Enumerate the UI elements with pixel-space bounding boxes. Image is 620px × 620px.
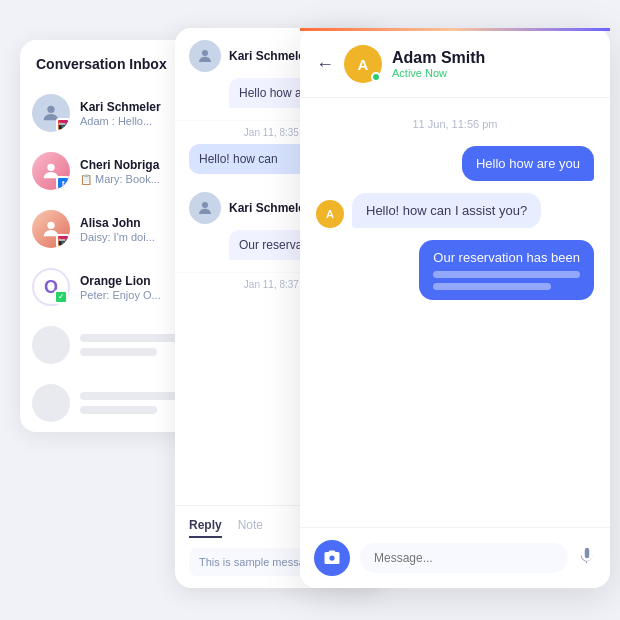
mic-button[interactable] xyxy=(578,547,596,570)
msg-sent-2: Our reservation has been xyxy=(316,240,594,300)
chat-messages: 11 Jun, 11:56 pm Hello how are you A Hel… xyxy=(300,98,610,527)
msg-bubble-received-1: Hello! how can I assist you? xyxy=(352,193,541,228)
chat-avatar-kari-2 xyxy=(189,192,221,224)
msg-avatar-adam: A xyxy=(316,200,344,228)
app-container: Conversation Inbox 📷 Kari Schmeler Adam … xyxy=(0,0,620,620)
header-info: Adam Smith Active Now xyxy=(392,49,594,79)
avatar-kari: 📷 xyxy=(32,94,70,132)
chat-window-header: ← A Adam Smith Active Now xyxy=(300,31,610,98)
contact-name: Adam Smith xyxy=(392,49,594,67)
contact-status: Active Now xyxy=(392,67,594,79)
msg-received-1: A Hello! how can I assist you? xyxy=(316,193,594,228)
facebook-badge: f xyxy=(56,176,70,190)
svg-point-3 xyxy=(202,50,208,56)
date-divider: 11 Jun, 11:56 pm xyxy=(316,118,594,130)
header-avatar: A xyxy=(344,45,382,83)
chat-msg-name-3: Kari Schmeler xyxy=(229,201,310,215)
camera-button[interactable] xyxy=(314,540,350,576)
tab-note[interactable]: Note xyxy=(238,518,263,538)
chat-avatar-kari xyxy=(189,40,221,72)
mic-icon xyxy=(578,547,596,565)
message-input[interactable] xyxy=(360,543,568,573)
online-indicator xyxy=(371,72,381,82)
svg-point-1 xyxy=(47,164,54,171)
avatar-cheri: f xyxy=(32,152,70,190)
user-icon-chat xyxy=(196,47,214,65)
msg-bubble-sent-1: Hello how are you xyxy=(462,146,594,181)
skeleton-avatar-1 xyxy=(32,326,70,364)
avatar-orange: O ✓ xyxy=(32,268,70,306)
whatsapp-badge: ✓ xyxy=(54,290,68,304)
svg-point-0 xyxy=(47,106,54,113)
chat-window-panel: ← A Adam Smith Active Now 11 Jun, 11:56 … xyxy=(300,28,610,588)
instagram-badge-alisa: 📷 xyxy=(56,234,70,248)
camera-icon xyxy=(323,549,341,567)
user-icon-chat-3 xyxy=(196,199,214,217)
skeleton-avatar-2 xyxy=(32,384,70,422)
svg-point-4 xyxy=(202,202,208,208)
tab-reply[interactable]: Reply xyxy=(189,518,222,538)
avatar-alisa: 📷 xyxy=(32,210,70,248)
svg-point-2 xyxy=(47,222,54,229)
instagram-badge: 📷 xyxy=(56,118,70,132)
chat-msg-name-1: Kari Schmeler xyxy=(229,49,310,63)
chat-window-input-area xyxy=(300,527,610,588)
back-button[interactable]: ← xyxy=(316,54,334,75)
msg-bubble-sent-2: Our reservation has been xyxy=(419,240,594,300)
msg-sent-1: Hello how are you xyxy=(316,146,594,181)
